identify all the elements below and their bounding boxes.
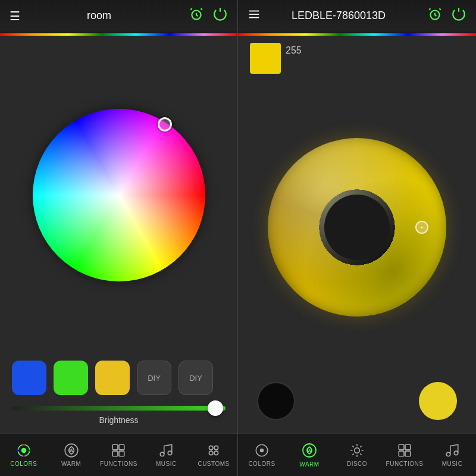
circle-yellow[interactable] — [419, 382, 457, 420]
brightness-label: Brightness — [12, 415, 226, 425]
svg-rect-9 — [120, 444, 125, 450]
left-bottom-nav: COLORS W WARM FUNCTIONS — [0, 433, 237, 476]
right-header: LEDBLE-7860013D — [238, 0, 476, 33]
left-nav-music[interactable]: MUSIC — [142, 434, 190, 476]
left-nav-customs[interactable]: CUSTOMS — [190, 434, 237, 476]
color-wheel[interactable] — [33, 109, 205, 281]
swatch-yellow[interactable] — [95, 361, 130, 395]
right-alarm-icon[interactable] — [427, 7, 443, 26]
left-nav-functions[interactable]: FUNCTIONS — [95, 434, 143, 476]
left-nav-music-label: MUSIC — [156, 461, 177, 467]
color-value: 255 — [286, 45, 302, 56]
right-menu-icon[interactable] — [248, 8, 261, 24]
left-nav-customs-label: CUSTOMS — [198, 461, 229, 467]
right-nav-colors[interactable]: COLORS — [238, 434, 286, 476]
warm-wheel-handle[interactable]: + — [415, 221, 428, 234]
brightness-area: Brightness — [0, 401, 237, 433]
right-content: 255 + — [238, 36, 476, 433]
svg-point-12 — [161, 452, 165, 456]
svg-point-13 — [168, 451, 173, 455]
left-power-icon[interactable] — [212, 7, 228, 26]
circle-black[interactable] — [257, 382, 295, 420]
left-nav-colors[interactable]: COLORS — [0, 434, 48, 476]
left-nav-warm[interactable]: W WARM — [48, 434, 95, 476]
swatch-green[interactable] — [54, 361, 88, 395]
left-header: room — [0, 0, 237, 33]
right-nav-warm-label: WARM — [299, 461, 319, 468]
left-nav-functions-label: FUNCTIONS — [100, 461, 137, 467]
swatch-diy2[interactable]: DIY — [178, 361, 213, 395]
svg-rect-27 — [405, 444, 411, 450]
left-menu-icon[interactable] — [10, 9, 20, 23]
left-nav-colors-label: COLORS — [10, 461, 37, 467]
right-panel: LEDBLE-7860013D 255 — [238, 0, 476, 476]
svg-point-25 — [355, 448, 360, 453]
svg-point-6 — [23, 455, 24, 457]
right-nav-disco-label: DISCO — [347, 461, 367, 467]
svg-rect-10 — [113, 451, 118, 456]
svg-point-4 — [17, 449, 19, 451]
color-preview-row: 255 — [245, 43, 469, 74]
left-header-icons — [189, 7, 228, 26]
right-nav-colors-label: COLORS — [248, 461, 275, 467]
brightness-track[interactable] — [12, 406, 226, 411]
color-wheel-container[interactable] — [0, 36, 237, 355]
svg-rect-11 — [120, 451, 125, 456]
warm-wheel-container[interactable]: + — [245, 79, 469, 376]
svg-rect-28 — [399, 451, 404, 456]
left-title: room — [27, 10, 171, 22]
svg-point-3 — [23, 444, 24, 446]
right-bottom-nav: COLORS W WARM DISCO — [238, 433, 476, 476]
right-power-icon[interactable] — [451, 7, 466, 26]
right-nav-music[interactable]: MUSIC — [428, 434, 476, 476]
svg-point-2 — [21, 448, 27, 453]
bottom-circles — [245, 376, 469, 426]
swatch-blue[interactable] — [12, 361, 46, 395]
svg-rect-26 — [399, 444, 404, 450]
color-preview-swatch[interactable] — [250, 43, 281, 74]
brightness-thumb[interactable] — [208, 400, 223, 416]
svg-rect-8 — [113, 444, 118, 450]
right-nav-functions-label: FUNCTIONS — [386, 461, 424, 467]
svg-point-15 — [214, 446, 218, 450]
left-panel: room — [0, 0, 238, 476]
svg-point-30 — [446, 452, 450, 456]
svg-point-5 — [29, 449, 30, 451]
left-alarm-icon[interactable] — [189, 7, 204, 26]
swatch-diy1[interactable]: DIY — [137, 361, 171, 395]
left-nav-warm-label: WARM — [61, 461, 81, 467]
right-nav-warm[interactable]: W WARM — [286, 434, 333, 476]
color-wheel-handle[interactable] — [158, 117, 172, 131]
right-nav-functions[interactable]: FUNCTIONS — [381, 434, 428, 476]
right-nav-disco[interactable]: DISCO — [333, 434, 381, 476]
svg-rect-29 — [405, 451, 411, 456]
svg-point-16 — [209, 451, 213, 455]
svg-point-17 — [214, 451, 218, 455]
right-header-icons — [427, 7, 466, 26]
right-nav-music-label: MUSIC — [442, 461, 463, 467]
warm-wheel-center — [324, 195, 390, 260]
svg-point-14 — [209, 446, 213, 450]
warm-wheel[interactable]: + — [268, 138, 446, 317]
right-title: LEDBLE-7860013D — [268, 10, 409, 22]
svg-point-23 — [260, 449, 264, 453]
preset-colors: DIY DIY — [0, 355, 237, 401]
svg-point-31 — [454, 451, 458, 455]
